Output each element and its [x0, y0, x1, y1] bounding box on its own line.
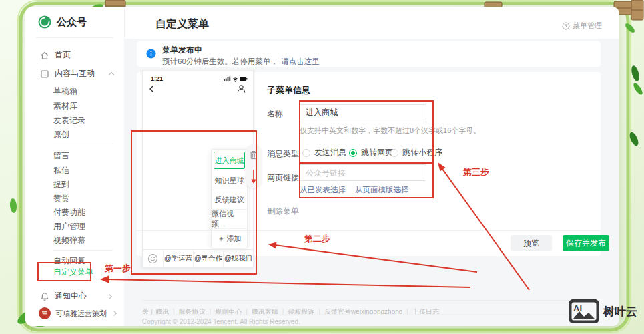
radio-label: 跳转小程序 — [402, 147, 442, 158]
menu-manage-link[interactable]: 菜单管理 — [562, 21, 602, 31]
smiley-icon — [147, 253, 158, 264]
screenshot-root: 公众号 首页 内容与互动 草稿箱 素材库 发表记录 原创 留言 私信 提到 赞赏… — [0, 0, 644, 334]
preview-button[interactable]: 预览 — [511, 235, 552, 251]
delete-menu-link[interactable]: 删除菜单 — [267, 206, 299, 217]
notice-link[interactable]: 请点击这里 — [281, 57, 320, 65]
wechat-logo-icon — [37, 15, 52, 29]
app-window: 公众号 首页 内容与互动 草稿箱 素材库 发表记录 原创 留言 私信 提到 赞赏… — [25, 7, 619, 326]
content-icon — [40, 69, 49, 79]
sidebar: 公众号 首页 内容与互动 草稿箱 素材库 发表记录 原创 留言 私信 提到 赞赏… — [25, 7, 125, 326]
app-logo: 公众号 — [37, 15, 87, 29]
sidebar-item-label: 首页 — [55, 49, 71, 61]
sidebar-item-publish-record[interactable]: 发表记录 — [53, 115, 85, 126]
chevron-right-icon — [108, 293, 113, 300]
sidebar-divider — [53, 144, 113, 144]
menu-tab-2[interactable]: @寻合作 — [193, 250, 223, 267]
sidebar-group-content[interactable]: 内容与互动 — [40, 68, 115, 79]
notice-desc: 预计60分钟后生效。若停用菜单， — [162, 57, 278, 65]
sidebar-item-auto-reply[interactable]: 自动回复 — [53, 255, 85, 267]
sidebar-item-comments[interactable]: 留言 — [53, 150, 69, 162]
card-divider — [137, 230, 601, 231]
trash-icon[interactable] — [250, 150, 258, 160]
watermark-badge: AI — [573, 303, 582, 313]
move-down-arrow-icon[interactable] — [250, 170, 257, 184]
sidebar-item-video-danmu[interactable]: 视频弹幕 — [53, 235, 85, 246]
sidebar-item-notify-center[interactable]: 通知中心 — [40, 291, 113, 302]
name-input[interactable] — [300, 104, 426, 120]
type-label: 消息类型 — [267, 148, 299, 160]
sidebar-item-messages[interactable]: 私信 — [53, 165, 69, 176]
bell-icon — [40, 292, 49, 301]
radio-label: 跳转网页 — [361, 147, 393, 158]
account-name: 可瑞雅运营策划 — [55, 309, 107, 319]
radio-jump-webpage[interactable]: 跳转网页 — [349, 147, 393, 158]
submenu-item[interactable]: 反馈建议 — [212, 190, 247, 210]
watermark-text: 树叶云 — [603, 304, 637, 319]
footer-copyright: Copyright © 2012-2024 Tencent. All Right… — [142, 314, 576, 325]
radio-icon — [390, 149, 398, 157]
phone-tabbar: @学运营 @寻合作 @找我们 — [143, 249, 253, 267]
page-title: 自定义菜单 — [155, 17, 209, 31]
info-icon — [146, 49, 156, 59]
sidebar-group-label: 内容与互动 — [55, 68, 95, 79]
sidebar-item-home[interactable]: 首页 — [40, 49, 71, 61]
submenu-add-button[interactable]: ＋ 添加 — [212, 229, 247, 248]
radio-label: 发送消息 — [314, 147, 346, 158]
submenu-item[interactable]: 微信视频... — [212, 210, 247, 229]
sidebar-item-paid-features[interactable]: 付费功能 — [53, 207, 85, 218]
watermark-ai-icon: AI — [569, 299, 599, 323]
phone-time: 1:21 — [151, 75, 163, 82]
menu-item-actions-bubble — [246, 144, 262, 188]
radio-icon-selected — [349, 149, 357, 157]
home-icon — [40, 51, 49, 60]
save-publish-button[interactable]: 保存并发布 — [563, 235, 609, 251]
status-icons — [224, 75, 248, 82]
phone-preview: 1:21 进入商城 知识星球 反馈建议 微信视频... ＋ 添加 — [142, 71, 254, 268]
sidebar-item-assets[interactable]: 素材库 — [53, 100, 77, 112]
sidebar-item-mentions[interactable]: 提到 — [53, 179, 69, 190]
menu-manage-label: 菜单管理 — [573, 21, 602, 31]
sidebar-item-label: 通知中心 — [55, 291, 87, 302]
sidebar-item-drafts[interactable]: 草稿箱 — [53, 86, 77, 97]
weblink-label: 网页链接 — [267, 172, 299, 184]
account-row[interactable]: 可瑞雅运营策划 — [39, 307, 117, 319]
back-icon[interactable] — [148, 84, 155, 94]
sidebar-item-user-management[interactable]: 用户管理 — [53, 221, 85, 232]
submenu-item[interactable]: 知识星球 — [212, 171, 247, 190]
menu-tab-3[interactable]: @找我们 — [223, 250, 253, 267]
form-section-title: 子菜单信息 — [267, 84, 310, 96]
sidebar-item-custom-menu[interactable]: 自定义菜单 — [53, 267, 93, 278]
notice-bar: 菜单发布中 预计60分钟后生效。若停用菜单， 请点击这里 — [137, 41, 601, 67]
clock-icon — [562, 22, 570, 30]
radio-icon — [302, 149, 310, 157]
pick-from-published-link[interactable]: 从已发表选择 — [300, 185, 346, 195]
sidebar-divider — [53, 250, 113, 251]
radio-jump-miniprogram[interactable]: 跳转小程序 — [390, 147, 442, 158]
account-avatar — [39, 307, 51, 319]
sidebar-item-original[interactable]: 原创 — [53, 129, 69, 140]
radio-send-message[interactable]: 发送消息 — [302, 147, 346, 158]
menu-tab-1[interactable]: @学运营 — [163, 250, 193, 267]
profile-icon[interactable] — [236, 84, 246, 94]
emoji-toggle[interactable] — [143, 250, 163, 267]
weblink-input[interactable] — [300, 164, 426, 181]
chevron-right-icon — [113, 310, 117, 317]
submenu-item-selected[interactable]: 进入商城 — [214, 152, 245, 169]
logo-text: 公众号 — [57, 16, 87, 29]
sidebar-item-rewards[interactable]: 赞赏 — [53, 193, 69, 204]
chevron-up-icon — [108, 71, 115, 76]
submenu-popup: 进入商城 知识星球 反馈建议 微信视频... ＋ 添加 — [211, 149, 248, 248]
name-label: 名称 — [267, 108, 283, 120]
pick-from-template-link[interactable]: 从页面模版选择 — [355, 185, 409, 195]
sidebar-divider — [36, 37, 113, 38]
watermark: AI 树叶云 — [569, 299, 637, 323]
name-helper: 仅支持中英文和数字，字数不超过8个汉字或16个字母。 — [300, 126, 480, 136]
